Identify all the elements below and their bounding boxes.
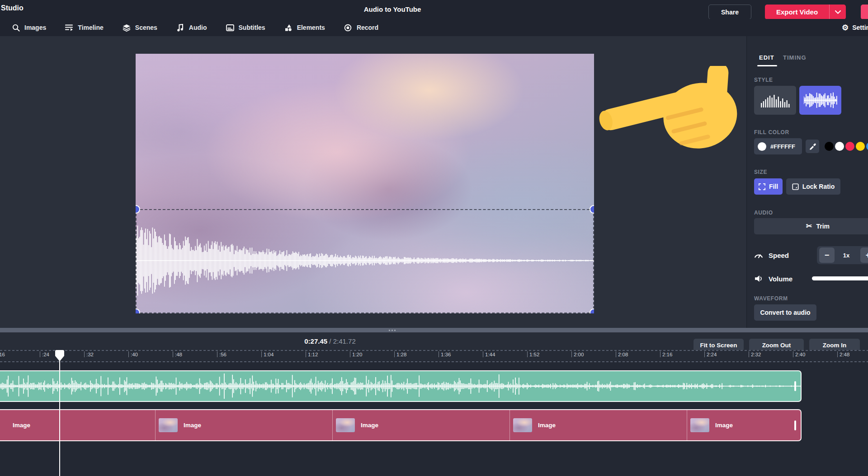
zoom-in-button[interactable]: Zoom In	[809, 339, 860, 351]
edit-panel: EDIT TIMING STYLE FILL COLOR #FFFFFF SIZ…	[746, 36, 868, 328]
image-trim-handle[interactable]	[794, 420, 796, 430]
ruler-tick-label: :48	[175, 352, 182, 357]
ruler-tick-label: 1:04	[264, 352, 274, 357]
ruler-tick-label: :24	[42, 352, 49, 357]
color-swatches	[825, 142, 868, 151]
clip-thumbnail	[690, 418, 709, 432]
total-time: 2:41.72	[333, 337, 356, 345]
image-clip-3[interactable]: Image	[332, 410, 509, 440]
toolbar-item-label: Scenes	[135, 24, 157, 31]
tab-timing[interactable]: TIMING	[783, 54, 807, 61]
image-clip-1[interactable]: Image	[0, 410, 155, 440]
timeline-ruler[interactable]: :16:24:32:40:48:561:041:121:201:281:361:…	[0, 350, 868, 362]
zoom-out-button[interactable]: Zoom Out	[749, 339, 804, 351]
toolbar-item-subtitles[interactable]: Subtitles	[226, 23, 265, 32]
fill-color-value-button[interactable]: #FFFFFF	[754, 138, 802, 154]
scissors-icon: ✂	[806, 223, 812, 230]
speed-decrease-button[interactable]: −	[819, 247, 835, 263]
chevron-down-icon[interactable]	[830, 10, 846, 14]
image-clip-5[interactable]: Image	[687, 410, 802, 440]
ruler-tick: :56	[217, 351, 217, 357]
ruler-tick-label: 1:44	[485, 352, 495, 357]
timeline-icon	[65, 23, 73, 32]
tab-edit[interactable]: EDIT	[759, 54, 774, 61]
waveform-selection-box[interactable]	[136, 209, 594, 313]
media-toolbar: ImagesTimelineScenesAudioSubtitlesElemen…	[0, 19, 868, 36]
speed-label: Speed	[769, 252, 789, 259]
toolbar-items: ImagesTimelineScenesAudioSubtitlesElemen…	[0, 23, 378, 32]
timeline-resize-handle[interactable]	[0, 328, 868, 332]
style-option-continuous-waveform[interactable]	[799, 86, 841, 115]
image-clip-4[interactable]: Image	[509, 410, 687, 440]
ruler-tick-label: 1:36	[441, 352, 451, 357]
share-button[interactable]: Share	[708, 5, 751, 19]
upgrade-button-partial[interactable]	[861, 5, 868, 19]
ruler-tick-label: 1:20	[352, 352, 362, 357]
speed-increase-button[interactable]: +	[860, 247, 868, 263]
toolbar-item-images[interactable]: Images	[12, 23, 46, 32]
ruler-tick-label: 2:16	[662, 352, 672, 357]
clip-label: Image	[361, 422, 378, 429]
image-clip-2[interactable]: Image	[155, 410, 332, 440]
color-swatch-1[interactable]	[835, 142, 844, 151]
color-swatch-4[interactable]	[866, 142, 868, 151]
canvas-video-frame[interactable]	[136, 54, 594, 313]
export-video-label: Export Video	[765, 8, 829, 16]
ruler-tick: 2:16	[660, 351, 660, 357]
audio-track[interactable]	[0, 370, 802, 402]
eyedropper-icon	[809, 143, 816, 150]
color-swatch-3[interactable]	[856, 142, 865, 151]
size-fill-label: Fill	[769, 183, 778, 190]
export-video-button[interactable]: Export Video	[765, 5, 846, 19]
lock-ratio-button[interactable]: Lock Ratio	[786, 178, 840, 195]
current-color-dot	[758, 142, 766, 151]
size-fill-button[interactable]: Fill	[754, 178, 783, 195]
canvas-area	[0, 36, 746, 328]
ruler-tick: 1:44	[483, 351, 483, 357]
color-swatch-2[interactable]	[845, 142, 854, 151]
ruler-tick: 2:48	[837, 351, 838, 357]
image-track[interactable]: ImageImageImageImageImage	[0, 409, 802, 441]
project-title[interactable]: Audio to YouTube	[325, 5, 460, 13]
audio-trim-handle[interactable]	[794, 381, 796, 391]
ruler-tick: 1:28	[394, 351, 395, 357]
ruler-tick-label: 2:00	[574, 352, 584, 357]
top-bar: Studio Audio to YouTube Share Export Vid…	[0, 0, 868, 19]
trim-button[interactable]: ✂ Trim	[754, 218, 868, 234]
color-swatch-0[interactable]	[825, 142, 834, 151]
continuous-waveform-icon	[804, 90, 837, 110]
toolbar-item-label: Subtitles	[239, 24, 265, 31]
ruler-tick: 2:40	[793, 351, 793, 357]
volume-slider[interactable]	[812, 276, 868, 280]
gear-icon: ⚙	[842, 24, 849, 32]
settings-button[interactable]: ⚙ Settings	[842, 19, 868, 36]
toolbar-item-scenes[interactable]: Scenes	[123, 23, 157, 32]
fit-to-screen-button[interactable]: Fit to Screen	[693, 339, 744, 351]
style-option-bar-waveform[interactable]	[754, 86, 796, 115]
waveform-section-label: WAVEFORM	[754, 295, 788, 302]
ruler-tick: 2:08	[616, 351, 616, 357]
toolbar-item-audio[interactable]: Audio	[176, 23, 207, 32]
fill-color-hex: #FFFFFF	[770, 143, 795, 150]
search-icon	[12, 23, 20, 32]
fill-color-section-label: FILL COLOR	[754, 129, 789, 135]
toolbar-item-record[interactable]: Record	[344, 23, 378, 32]
ruler-tick-label: :16	[0, 352, 5, 357]
ruler-tick: :24	[40, 351, 40, 357]
speed-value: 1x	[835, 252, 858, 259]
toolbar-item-label: Record	[357, 24, 378, 31]
ruler-tick-label: :40	[131, 352, 138, 357]
eyedropper-button[interactable]	[806, 140, 819, 153]
toolbar-item-label: Images	[24, 24, 46, 31]
ruler-tick: :32	[84, 351, 85, 357]
toolbar-item-elements[interactable]: Elements	[284, 23, 325, 32]
toolbar-item-timeline[interactable]: Timeline	[65, 23, 104, 32]
convert-to-audio-button[interactable]: Convert to audio	[754, 304, 816, 321]
clip-label: Image	[184, 422, 201, 429]
clip-thumbnail	[159, 418, 178, 432]
speed-stepper: − 1x +	[817, 246, 868, 264]
volume-label: Volume	[769, 275, 793, 283]
ruler-tick-label: 2:08	[618, 352, 628, 357]
audio-track-waveform	[0, 371, 801, 401]
bar-waveform-icon	[760, 91, 791, 109]
